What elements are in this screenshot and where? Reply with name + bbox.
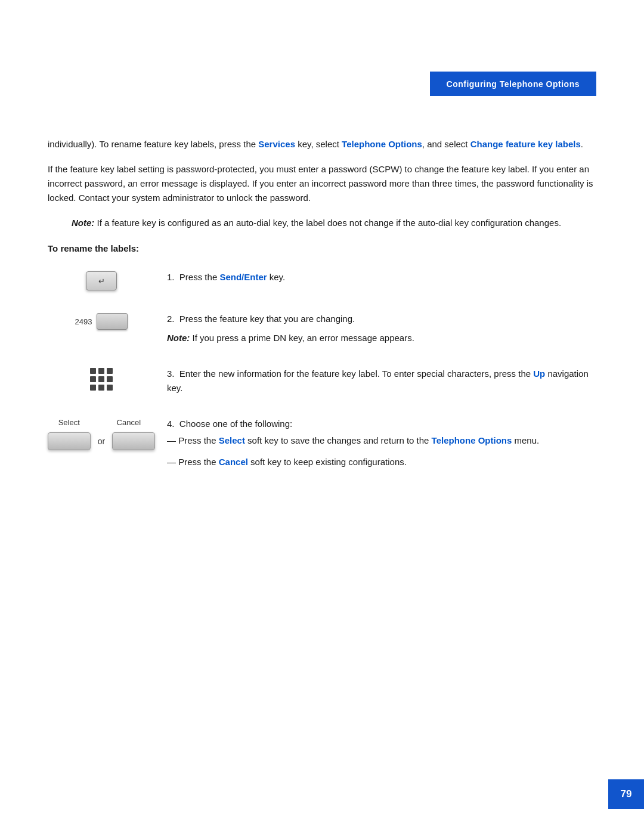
keypad-dot	[90, 376, 96, 382]
note-bold-1: Note:	[72, 218, 94, 228]
softkey-labels-row: Select Cancel	[48, 418, 150, 427]
step-3-text: 3. Enter the new information for the fea…	[155, 367, 596, 395]
step-4-bullet-2: Press the Cancel soft key to keep existi…	[167, 455, 596, 469]
feature-key-button-icon	[97, 313, 128, 330]
header-bar: Configuring Telephone Options	[430, 72, 596, 96]
or-text: or	[98, 436, 105, 446]
page-number: 79	[621, 788, 632, 800]
telephone-options-link-2: Telephone Options	[432, 435, 512, 445]
keypad-dot	[98, 385, 104, 391]
main-content: individually). To rename feature key lab…	[48, 137, 596, 498]
keypad-dot	[98, 368, 104, 374]
note-text-1: If a feature key is configured as an aut…	[94, 218, 561, 228]
step-1-icon-col: ↵	[48, 270, 155, 290]
step-4-bullet-1: Press the Select soft key to save the ch…	[167, 433, 596, 448]
intro-paragraph-2: If the feature key label setting is pass…	[48, 162, 596, 205]
services-link: Services	[258, 139, 295, 149]
send-enter-link: Send/Enter	[219, 272, 267, 282]
step-3-text-before: Enter the new information for the featur…	[179, 368, 533, 379]
change-feature-key-labels-link: Change feature key labels	[470, 139, 581, 149]
step-1-text-before: Press the	[179, 272, 220, 282]
step-2-icon-col: 2493	[48, 312, 155, 330]
step-row-2: 2493 2. Press the feature key that you a…	[48, 312, 596, 345]
step-3-number: 3.	[167, 368, 179, 379]
step-2-number: 2.	[167, 314, 179, 324]
keypad-dot	[107, 368, 113, 374]
step-2-text: 2. Press the feature key that you are ch…	[155, 312, 596, 345]
step-2-text-before: Press the feature key that you are chang…	[179, 314, 355, 324]
bullet-1-text-after: soft key to save the changes and return …	[245, 435, 432, 445]
step-row-3: 3. Enter the new information for the fea…	[48, 367, 596, 395]
step-row-4: Select Cancel or 4. Choose one of the fo…	[48, 417, 596, 476]
intro-text-1a: individually). To rename feature key lab…	[48, 139, 258, 149]
bullet-1-text-after2: menu.	[512, 435, 539, 445]
enter-key-icon: ↵	[86, 271, 117, 290]
bullet-2-text-after: soft key to keep existing configurations…	[248, 457, 407, 467]
steps-container: ↵ 1. Press the Send/Enter key. 2493 2. P…	[48, 270, 596, 498]
keypad-dot	[98, 376, 104, 382]
step-1-number: 1.	[167, 272, 179, 282]
bullet-1-text-before: Press the	[178, 435, 219, 445]
step-4-text-before: Choose one of the following:	[179, 419, 292, 429]
step-4-bullets: Press the Select soft key to save the ch…	[167, 433, 596, 469]
select-label: Select	[48, 418, 91, 427]
intro-text-1d: .	[581, 139, 583, 149]
intro-paragraph-1: individually). To rename feature key lab…	[48, 137, 596, 151]
up-link: Up	[533, 368, 545, 379]
header-title: Configuring Telephone Options	[447, 79, 580, 89]
feature-key-row: 2493	[75, 313, 128, 330]
step-2-note: Note: If you press a prime DN key, an er…	[167, 331, 596, 345]
step-4-number: 4.	[167, 419, 179, 429]
step-1-text-after: key.	[267, 272, 286, 282]
bullet-2-text-before: Press the	[178, 457, 219, 467]
softkey-buttons-row: or	[48, 432, 155, 450]
keypad-dot	[90, 368, 96, 374]
select-link: Select	[219, 435, 245, 445]
keypad-dot	[107, 385, 113, 391]
cancel-softkey-icon[interactable]	[112, 432, 155, 450]
page-number-box: 79	[608, 779, 644, 809]
intro-text-1b: key, select	[295, 139, 342, 149]
step-row-1: ↵ 1. Press the Send/Enter key.	[48, 270, 596, 290]
section-heading: To rename the labels:	[48, 243, 596, 253]
keypad-dot	[107, 376, 113, 382]
step-2-note-text: If you press a prime DN key, an error me…	[190, 333, 414, 343]
intro-text-1c: , and select	[422, 139, 470, 149]
step-1-text: 1. Press the Send/Enter key.	[155, 270, 596, 284]
keypad-dot	[90, 385, 96, 391]
step-4-text: 4. Choose one of the following: Press th…	[155, 417, 596, 476]
step-4-icon-col: Select Cancel or	[48, 417, 155, 450]
feature-key-label: 2493	[75, 317, 92, 326]
select-softkey-icon[interactable]	[48, 432, 91, 450]
note-block-1: Note: If a feature key is configured as …	[72, 216, 596, 230]
step-3-icon-col	[48, 367, 155, 391]
keypad-icon	[90, 368, 113, 391]
cancel-link: Cancel	[219, 457, 248, 467]
step-2-note-bold: Note:	[167, 333, 190, 343]
cancel-label: Cancel	[107, 418, 150, 427]
telephone-options-link: Telephone Options	[342, 139, 422, 149]
softkey-row: Select Cancel or	[48, 418, 155, 450]
